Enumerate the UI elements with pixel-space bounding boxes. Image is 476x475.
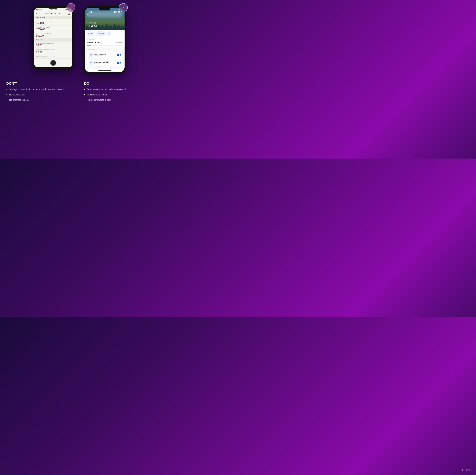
card-amount-gold: 30.08: [36, 44, 54, 47]
good-badge: ✓: [119, 3, 128, 12]
fund-button[interactable]: + Fund: [87, 31, 94, 36]
hero-image: 9:41: [85, 8, 125, 30]
transfers-section: Regular transfers Spare change ×3 ~ €2.8…: [85, 47, 125, 69]
svg-rect-0: [66, 9, 66, 10]
home-indicator: [98, 70, 111, 71]
home-button-area: [34, 59, 72, 67]
good-phone-wrapper: ✓ 9:41: [83, 6, 126, 74]
gear-icon: ⚙: [108, 33, 110, 35]
good-phone: 9:41: [83, 6, 126, 74]
do-heading: DO: [84, 82, 152, 86]
home-button[interactable]: [50, 60, 56, 66]
bottom-comparison: DON'T Savings account looks the same as …: [5, 82, 154, 104]
spare-change-name: Spare change ×3: [94, 53, 115, 55]
card-label-debit1: MASTERCARD DEBIT (EUR): [36, 49, 55, 50]
do-column: DO Quick vault setup for each savings go…: [84, 82, 152, 104]
recurring-transfer-icon: [89, 61, 93, 65]
svg-rect-8: [116, 11, 116, 13]
transfer-row-recurring: Recurring transfer in €2 / week: [87, 59, 122, 66]
menu-icon[interactable]: ≡: [36, 12, 37, 15]
home-indicator-area: [85, 69, 125, 72]
achievement-label: Achievement: [87, 39, 122, 40]
good-phone-screen: 9:41: [85, 8, 125, 72]
dont-item-2: No savings goal: [6, 93, 75, 96]
notch: [99, 8, 110, 10]
withdraw-button[interactable]: ↓ Withdraw: [95, 31, 106, 36]
card-row-debit1[interactable]: MASTERCARD DEBIT (EUR) 65.65 ›: [34, 48, 72, 54]
svg-rect-10: [120, 12, 120, 12]
recurring-sub: €2 / week: [94, 63, 115, 64]
account-label-car: CAR SAVINGS (EUR): [36, 27, 50, 28]
export-icon[interactable]: [68, 12, 70, 15]
progress-fill: [87, 45, 91, 46]
account-amount-current: 1500.00: [36, 22, 54, 25]
chevron-icon: ›: [70, 28, 70, 30]
nav-title: Accounts & Cards: [44, 12, 61, 15]
recurring-name: Recurring transfer in: [94, 61, 115, 63]
camera-dot: [53, 8, 54, 9]
carrier-text: ●●○○ GS: [36, 9, 42, 10]
hero-info: Summer trip €34.54: [87, 22, 97, 28]
do-list: Quick vault setup for each savings goal …: [84, 88, 152, 102]
dont-item-3: No progress indicator: [6, 98, 75, 102]
chevron-icon: ›: [70, 50, 70, 52]
card-label-debit2: MASTERCARD DEBIT (EUR): [36, 56, 55, 57]
svg-rect-11: [118, 11, 120, 12]
account-label-college: COLLEGE FUND (EUR): [36, 33, 51, 34]
time-text: 9:41 AM: [51, 9, 57, 10]
card-amount-debit1: 65.65: [36, 50, 55, 53]
spare-change-toggle[interactable]: [117, 54, 121, 56]
dont-heading: DON'T: [6, 82, 75, 86]
settings-button[interactable]: ⚙: [107, 31, 111, 36]
transfers-label: Regular transfers: [87, 49, 122, 50]
account-row-college[interactable]: COLLEGE FUND (EUR) 500.00 ›: [34, 32, 72, 38]
svg-rect-7: [115, 11, 116, 13]
progress-bar: [87, 45, 122, 46]
card-row-gold[interactable]: MASTERCARD GOLD (EUR) 30.08 ›: [34, 42, 72, 48]
hero-title: Summer trip: [87, 22, 97, 24]
chevron-icon: ›: [70, 55, 70, 57]
do-item-1: Quick vault setup for each savings goal: [84, 88, 152, 91]
account-row-current[interactable]: CURRENT ACCOUNT (EUR) 1500.00 ›: [34, 19, 72, 26]
spare-change-icon: [89, 53, 93, 57]
chevron-icon: ›: [70, 21, 70, 24]
achievement-row: Saved 12% €34.54 / €300: [87, 41, 122, 44]
hero-amount: €34.54: [87, 24, 97, 28]
card-row-debit2[interactable]: MASTERCARD DEBIT (EUR) ›: [34, 54, 72, 59]
saved-amount: €34.54 / €300: [114, 42, 122, 43]
chevron-icon: ›: [70, 44, 70, 46]
achievement-section: Achievement Saved 12% €34.54 / €300: [85, 37, 125, 47]
do-item-3: Progress towards a goal: [84, 98, 152, 102]
cards-section-header: CARDS: [34, 38, 72, 42]
svg-rect-6: [114, 11, 115, 13]
dont-list: Savings account looks the same as the cu…: [6, 88, 75, 102]
account-row-car[interactable]: CAR SAVINGS (EUR) 1200.00 ›: [34, 26, 72, 32]
svg-point-14: [91, 63, 91, 63]
spare-change-sub: ~ €2.83 / month: [94, 55, 115, 56]
bad-phone-wrapper: ✕ ●●○○ GS 9:41 AM: [33, 6, 74, 69]
new-time: 9:41: [88, 10, 92, 13]
back-button[interactable]: ←: [87, 13, 89, 16]
do-item-2: Vault personalization: [84, 93, 152, 96]
dont-column: DON'T Savings account looks the same as …: [6, 82, 75, 104]
accounts-section-header: ACCOUNTS: [34, 16, 72, 19]
account-amount-college: 500.00: [36, 34, 51, 37]
bad-badge: ✕: [67, 3, 75, 12]
new-status-bar: 9:41: [88, 10, 121, 13]
bad-phone-screen: ●●○○ GS 9:41 AM: [34, 8, 72, 67]
transfer-row-spare: Spare change ×3 ~ €2.83 / month: [87, 51, 122, 58]
chevron-icon: ›: [70, 34, 70, 36]
account-label-current: CURRENT ACCOUNT (EUR): [36, 20, 54, 22]
check-icon: ✓: [122, 6, 125, 10]
account-amount-car: 1200.00: [36, 28, 50, 31]
saved-percentage: Saved 12%: [87, 41, 100, 44]
recurring-toggle[interactable]: [117, 62, 121, 64]
dont-item-1: Savings account looks the same as the cu…: [6, 88, 75, 91]
bad-phone: ●●○○ GS 9:41 AM: [33, 6, 74, 69]
x-icon: ✕: [69, 6, 72, 10]
card-label-gold: MASTERCARD GOLD (EUR): [36, 43, 54, 44]
hero-actions: + Fund ↓ Withdraw ⚙: [85, 30, 125, 37]
old-nav-bar: ≡ Accounts & Cards: [34, 11, 72, 16]
